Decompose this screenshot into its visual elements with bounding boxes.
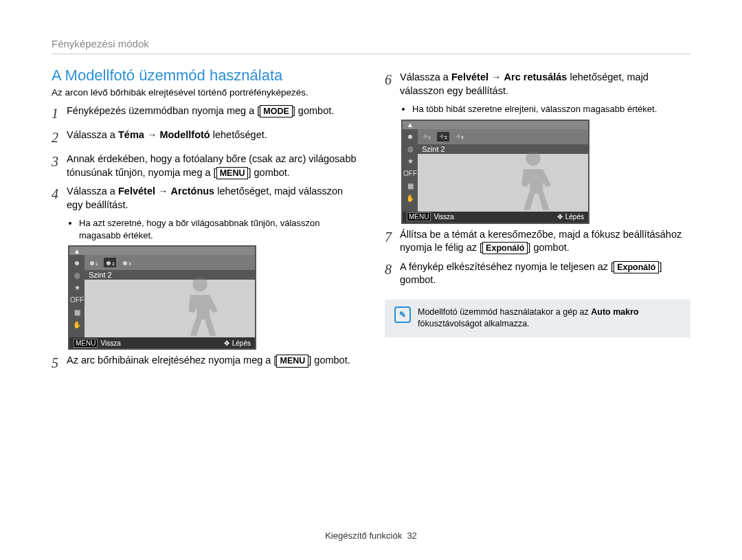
person-silhouette: [172, 272, 227, 337]
step-text: Válassza a Felvétel → Arctónus lehetőség…: [67, 185, 357, 212]
page-subtitle: Az arcon lévő bőrhibák elrejtésével tört…: [52, 87, 357, 98]
bullet-item: Ha azt szeretné, hogy a bőr világosabbna…: [79, 217, 357, 241]
menu-key-label: MENU: [407, 212, 431, 221]
left-column: A Modellfotó üzemmód használata Az arcon…: [52, 67, 357, 378]
steps-group-2: 5Az arc bőrhibáinak elrejtéséhez nyomja …: [52, 354, 357, 372]
right-column: 6Válassza a Felvétel → Arc retusálás leh…: [385, 67, 690, 378]
page-footer: Kiegészítő funkciók 32: [0, 530, 742, 541]
info-icon: ✎: [394, 306, 411, 323]
step-number: 8: [385, 260, 400, 279]
step-number: 4: [52, 185, 67, 203]
lcd-level-selector: ✧₁ ✧₂ ✧₃: [418, 129, 588, 144]
step-number: 2: [52, 128, 67, 147]
lcd-back-label: Vissza: [100, 339, 120, 347]
step: 1Fényképezés üzemmódban nyomja meg a [MO…: [52, 104, 357, 123]
retouch1-icon: ✧₁: [420, 132, 433, 142]
star-icon: ★: [405, 157, 415, 166]
target-icon: ◎: [72, 270, 82, 280]
step-text: Annak érdekében, hogy a fotóalany bőre (…: [67, 153, 357, 179]
bullet-item: Ha több hibát szeretne elrejteni, válass…: [412, 103, 690, 115]
lcd-screenshot-arctonus: ▲ ☻ ◎ ★ OFF ▦ ✋ ☻₁ ☻₂ ☻₃: [68, 245, 256, 350]
dpad-icon: ✥: [224, 339, 229, 347]
step-text: Fényképezés üzemmódban nyomja meg a [MOD…: [67, 104, 357, 118]
grid-icon: ▦: [405, 181, 415, 191]
step-text: Állítsa be a témát a keresőmezőbe, majd …: [400, 228, 690, 255]
lcd-move-label: Lépés: [232, 339, 251, 347]
face-icon: ☻: [72, 258, 82, 267]
lcd-top-bar: ▲: [69, 247, 255, 255]
level1-icon: ☻₁: [87, 258, 100, 267]
step-number: 5: [52, 354, 67, 372]
step: 4Válassza a Felvétel → Arctónus lehetősé…: [52, 185, 357, 212]
steps-group-3: 6Válassza a Felvétel → Arc retusálás leh…: [385, 71, 690, 98]
step-number: 1: [52, 104, 67, 123]
lcd-level-selector: ☻₁ ☻₂ ☻₃: [85, 255, 255, 270]
lcd-side-icons: ☻ ◎ ★ OFF ▦ ✋: [69, 255, 85, 337]
star-icon: ★: [72, 282, 82, 292]
step: 3Annak érdekében, hogy a fotóalany bőre …: [52, 153, 357, 179]
level3-icon: ☻₃: [120, 258, 133, 267]
steps-group-1: 1Fényképezés üzemmódban nyomja meg a [MO…: [52, 104, 357, 212]
breadcrumb: Fényképezési módok: [52, 38, 690, 54]
step-number: 3: [52, 153, 67, 171]
step: 5Az arc bőrhibáinak elrejtéséhez nyomja …: [52, 354, 357, 372]
menu-key-label: MENU: [74, 339, 98, 348]
lcd-screenshot-retusalas: ▲ ☻ ◎ ★ OFF ▦ ✋ ✧₁ ✧₂ ✧₃: [401, 120, 589, 224]
page-title: A Modellfotó üzemmód használata: [52, 67, 357, 85]
lcd-level-label: Szint 2: [418, 144, 588, 154]
footer-page: 32: [407, 530, 416, 541]
info-note: ✎ Modellfotó üzemmód használatakor a gép…: [385, 300, 690, 337]
step-text: A fénykép elkészítéséhez nyomja le telje…: [400, 260, 690, 287]
lcd-back-label: Vissza: [434, 213, 453, 221]
off-icon: OFF: [72, 295, 82, 304]
step: 8A fénykép elkészítéséhez nyomja le telj…: [385, 260, 690, 287]
grid-icon: ▦: [72, 307, 82, 317]
footer-label: Kiegészítő funkciók: [325, 530, 402, 541]
info-text: Modellfotó üzemmód használatakor a gép a…: [418, 306, 681, 331]
lcd-side-icons: ☻ ◎ ★ OFF ▦ ✋: [403, 129, 418, 212]
step: 6Válassza a Felvétel → Arc retusálás leh…: [385, 71, 690, 98]
person-silhouette: [506, 146, 561, 212]
face-icon: ☻: [405, 132, 415, 142]
retouch3-icon: ✧₃: [453, 132, 466, 142]
note-bullets-right: Ha több hibát szeretne elrejteni, válass…: [401, 103, 690, 115]
hand-icon: ✋: [405, 194, 415, 203]
lcd-level-label: Szint 2: [85, 270, 255, 280]
retouch2-icon: ✧₂: [437, 132, 449, 142]
step-number: 6: [385, 71, 400, 89]
level2-icon: ☻₂: [104, 258, 116, 267]
step-text: Az arc bőrhibáinak elrejtéséhez nyomja m…: [67, 354, 357, 368]
off-icon: OFF: [405, 169, 415, 179]
step-text: Válassza a Téma → Modellfotó lehetőséget…: [67, 128, 357, 142]
lcd-move-label: Lépés: [565, 213, 584, 221]
steps-group-4: 7Állítsa be a témát a keresőmezőbe, majd…: [385, 228, 690, 287]
lcd-top-bar: ▲: [403, 121, 588, 129]
step-text: Válassza a Felvétel → Arc retusálás lehe…: [400, 71, 690, 98]
note-bullets-left: Ha azt szeretné, hogy a bőr világosabbna…: [68, 217, 357, 241]
step: 7Állítsa be a témát a keresőmezőbe, majd…: [385, 228, 690, 255]
dpad-icon: ✥: [557, 213, 563, 221]
step-number: 7: [385, 228, 400, 247]
target-icon: ◎: [405, 144, 415, 154]
hand-icon: ✋: [72, 320, 82, 329]
step: 2Válassza a Téma → Modellfotó lehetősége…: [52, 128, 357, 147]
